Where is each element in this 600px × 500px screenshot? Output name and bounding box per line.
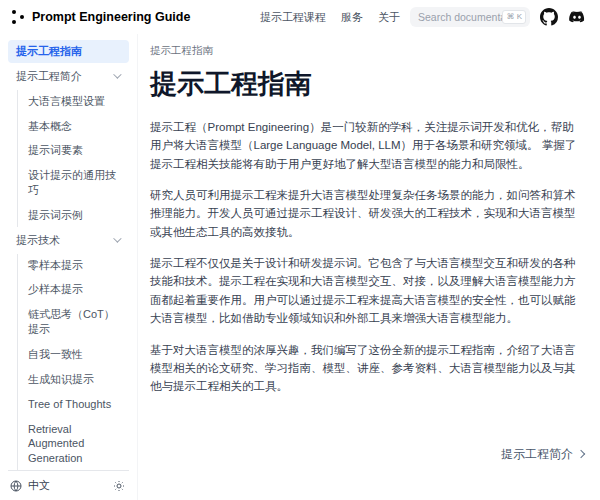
sidebar-item[interactable]: 大语言模型设置: [18, 90, 129, 113]
sidebar-item-label: 自我一致性: [28, 348, 83, 360]
logo-dots-icon: [12, 9, 25, 25]
sidebar-item-label: 提示技术: [16, 233, 60, 248]
paragraph: 提示工程不仅仅是关于设计和研发提示词。它包含了与大语言模型交互和研发的各种技能和…: [150, 254, 584, 328]
discord-icon[interactable]: [568, 8, 586, 26]
page-title: 提示工程指南: [150, 68, 584, 102]
sidebar-item[interactable]: 零样本提示: [18, 254, 129, 277]
header-nav-link[interactable]: 提示工程课程: [260, 10, 326, 25]
sidebar-item[interactable]: 自我一致性: [18, 343, 129, 366]
sidebar-item-label: 链式思考（CoT）提示: [28, 308, 115, 335]
paragraph: 研究人员可利用提示工程来提升大语言模型处理复杂任务场景的能力，如问答和算术推理能…: [150, 186, 584, 241]
sidebar-nav: 提示工程指南提示工程简介大语言模型设置基本概念提示词要素设计提示的通用技巧提示词…: [0, 34, 137, 470]
main-content: 提示工程指南 提示工程指南 提示工程（Prompt Engineering）是一…: [138, 34, 600, 500]
sidebar-item[interactable]: 设计提示的通用技巧: [18, 164, 129, 202]
search-input[interactable]: Search documentation... ⌘ K: [410, 7, 530, 27]
theme-toggle[interactable]: [113, 480, 129, 492]
next-page-link[interactable]: 提示工程简介: [150, 446, 584, 463]
language-label: 中文: [28, 478, 50, 493]
sidebar-item[interactable]: 链式思考（CoT）提示: [18, 303, 129, 341]
github-icon[interactable]: [540, 8, 558, 26]
language-selector[interactable]: 中文: [8, 478, 50, 493]
header-nav-links: 提示工程课程服务关于: [260, 10, 400, 25]
sidebar-item-label: 提示工程指南: [16, 45, 82, 57]
site-logo[interactable]: Prompt Engineering Guide: [12, 9, 190, 25]
sidebar-item[interactable]: Retrieval Augmented Generation: [18, 418, 129, 471]
header-nav-link[interactable]: 服务: [341, 10, 363, 25]
sidebar-nested-group: 大语言模型设置基本概念提示词要素设计提示的通用技巧提示词示例: [17, 90, 129, 227]
breadcrumb: 提示工程指南: [150, 44, 584, 58]
sidebar-item[interactable]: 提示工程简介: [8, 65, 129, 88]
sidebar-nested-group: 零样本提示少样本提示链式思考（CoT）提示自我一致性生成知识提示Tree of …: [17, 254, 129, 470]
sidebar-item[interactable]: 少样本提示: [18, 278, 129, 301]
sidebar-item[interactable]: 基本概念: [18, 115, 129, 138]
sidebar-item[interactable]: 提示工程指南: [8, 40, 129, 63]
sidebar-item[interactable]: 生成知识提示: [18, 368, 129, 391]
sidebar: 提示工程指南提示工程简介大语言模型设置基本概念提示词要素设计提示的通用技巧提示词…: [0, 34, 138, 500]
sidebar-item[interactable]: 提示词示例: [18, 204, 129, 227]
header-nav-link[interactable]: 关于: [378, 10, 400, 25]
sidebar-item-label: Tree of Thoughts: [28, 398, 111, 410]
sidebar-item[interactable]: Tree of Thoughts: [18, 393, 129, 416]
sidebar-item-label: 提示工程简介: [16, 69, 82, 84]
sidebar-item[interactable]: 提示技术: [8, 229, 129, 252]
sidebar-item-label: Retrieval Augmented Generation: [28, 423, 84, 465]
search-shortcut-kbd: ⌘ K: [502, 10, 526, 24]
chevron-down-icon: [113, 235, 121, 243]
paragraph: 基于对大语言模型的浓厚兴趣，我们编写了这份全新的提示工程指南，介绍了大语言模型相…: [150, 341, 584, 396]
article-body: 提示工程（Prompt Engineering）是一门较新的学科，关注提示词开发…: [150, 118, 584, 396]
sidebar-item[interactable]: 提示词要素: [18, 139, 129, 162]
chevron-down-icon: [113, 71, 121, 79]
sidebar-item-label: 基本概念: [28, 120, 72, 132]
site-title: Prompt Engineering Guide: [32, 10, 190, 24]
top-navbar: Prompt Engineering Guide 提示工程课程服务关于 Sear…: [0, 0, 600, 34]
sidebar-footer: 中文: [8, 470, 129, 500]
sidebar-item-label: 生成知识提示: [28, 373, 94, 385]
sun-icon: [113, 480, 125, 492]
paragraph: 提示工程（Prompt Engineering）是一门较新的学科，关注提示词开发…: [150, 118, 584, 173]
sidebar-item-label: 少样本提示: [28, 283, 83, 295]
sidebar-item-label: 提示词示例: [28, 209, 83, 221]
sidebar-item-label: 设计提示的通用技巧: [28, 169, 116, 196]
chevron-right-icon: [577, 450, 585, 458]
sidebar-item-label: 大语言模型设置: [28, 95, 105, 107]
sidebar-item-label: 提示词要素: [28, 144, 83, 156]
search-placeholder: Search documentation...: [418, 11, 502, 23]
globe-icon: [10, 480, 22, 492]
next-page-label: 提示工程简介: [501, 446, 573, 463]
sidebar-item-label: 零样本提示: [28, 259, 83, 271]
